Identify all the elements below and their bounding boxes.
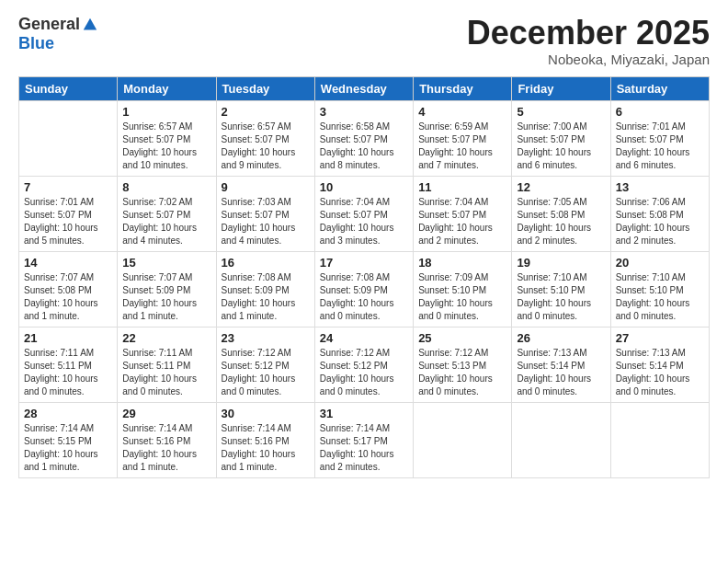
day-info: Sunrise: 7:07 AMSunset: 5:08 PMDaylight:… [24, 271, 112, 323]
calendar-cell: 14Sunrise: 7:07 AMSunset: 5:08 PMDayligh… [19, 251, 118, 327]
location-text: Nobeoka, Miyazaki, Japan [467, 52, 710, 67]
day-info: Sunrise: 7:10 AMSunset: 5:10 PMDaylight:… [616, 271, 704, 323]
day-number: 27 [616, 331, 704, 345]
day-number: 12 [517, 180, 605, 194]
day-number: 11 [418, 180, 506, 194]
day-info: Sunrise: 6:59 AMSunset: 5:07 PMDaylight:… [418, 121, 506, 172]
month-title: December 2025 [467, 15, 710, 52]
calendar-cell [414, 402, 512, 477]
calendar-cell: 30Sunrise: 7:14 AMSunset: 5:16 PMDayligh… [216, 402, 314, 477]
day-number: 29 [122, 407, 210, 420]
calendar-cell: 5Sunrise: 7:00 AMSunset: 5:07 PMDaylight… [512, 100, 610, 176]
logo-general-text: General [18, 15, 80, 34]
calendar-cell: 24Sunrise: 7:12 AMSunset: 5:12 PMDayligh… [314, 327, 413, 402]
calendar-cell: 28Sunrise: 7:14 AMSunset: 5:15 PMDayligh… [19, 402, 118, 477]
day-info: Sunrise: 6:57 AMSunset: 5:07 PMDaylight:… [122, 121, 210, 172]
day-number: 21 [24, 331, 112, 345]
day-number: 5 [517, 105, 605, 119]
col-monday: Monday [118, 76, 216, 100]
day-info: Sunrise: 7:04 AMSunset: 5:07 PMDaylight:… [320, 196, 408, 247]
calendar-cell [512, 402, 610, 477]
calendar-cell: 27Sunrise: 7:13 AMSunset: 5:14 PMDayligh… [610, 327, 709, 402]
day-number: 20 [616, 256, 704, 270]
calendar-cell: 9Sunrise: 7:03 AMSunset: 5:07 PMDaylight… [216, 176, 314, 251]
calendar-cell: 29Sunrise: 7:14 AMSunset: 5:16 PMDayligh… [118, 402, 216, 477]
calendar-cell: 22Sunrise: 7:11 AMSunset: 5:11 PMDayligh… [118, 327, 216, 402]
calendar-table: Sunday Monday Tuesday Wednesday Thursday… [18, 76, 710, 478]
day-info: Sunrise: 7:08 AMSunset: 5:09 PMDaylight:… [222, 271, 310, 323]
calendar-cell: 13Sunrise: 7:06 AMSunset: 5:08 PMDayligh… [610, 176, 709, 251]
svg-marker-0 [84, 17, 97, 29]
col-saturday: Saturday [610, 76, 709, 100]
calendar-week-row: 1Sunrise: 6:57 AMSunset: 5:07 PMDaylight… [19, 100, 710, 176]
day-number: 23 [222, 331, 310, 345]
header: General Blue December 2025 Nobeoka, Miya… [18, 15, 710, 67]
day-info: Sunrise: 7:00 AMSunset: 5:07 PMDaylight:… [517, 121, 605, 172]
calendar-cell: 12Sunrise: 7:05 AMSunset: 5:08 PMDayligh… [512, 176, 610, 251]
day-info: Sunrise: 7:07 AMSunset: 5:09 PMDaylight:… [122, 271, 210, 323]
col-wednesday: Wednesday [314, 76, 413, 100]
day-info: Sunrise: 7:04 AMSunset: 5:07 PMDaylight:… [418, 196, 506, 247]
day-info: Sunrise: 7:14 AMSunset: 5:15 PMDaylight:… [24, 422, 112, 474]
day-number: 19 [517, 256, 605, 270]
day-number: 14 [24, 256, 112, 270]
day-number: 10 [320, 180, 408, 194]
day-info: Sunrise: 7:08 AMSunset: 5:09 PMDaylight:… [320, 271, 408, 323]
day-info: Sunrise: 6:57 AMSunset: 5:07 PMDaylight:… [222, 121, 310, 172]
calendar-week-row: 28Sunrise: 7:14 AMSunset: 5:15 PMDayligh… [19, 402, 710, 477]
calendar-cell [610, 402, 709, 477]
day-number: 28 [24, 407, 112, 420]
calendar-cell: 6Sunrise: 7:01 AMSunset: 5:07 PMDaylight… [610, 100, 709, 176]
day-info: Sunrise: 7:02 AMSunset: 5:07 PMDaylight:… [122, 196, 210, 247]
day-info: Sunrise: 7:12 AMSunset: 5:12 PMDaylight:… [320, 347, 408, 398]
day-number: 8 [122, 180, 210, 194]
day-number: 16 [222, 256, 310, 270]
logo-blue-text: Blue [18, 34, 54, 53]
calendar-cell: 3Sunrise: 6:58 AMSunset: 5:07 PMDaylight… [314, 100, 413, 176]
day-info: Sunrise: 7:10 AMSunset: 5:10 PMDaylight:… [517, 271, 605, 323]
calendar-week-row: 14Sunrise: 7:07 AMSunset: 5:08 PMDayligh… [19, 251, 710, 327]
day-info: Sunrise: 7:11 AMSunset: 5:11 PMDaylight:… [122, 347, 210, 398]
col-friday: Friday [512, 76, 610, 100]
calendar-cell: 17Sunrise: 7:08 AMSunset: 5:09 PMDayligh… [314, 251, 413, 327]
calendar-cell: 16Sunrise: 7:08 AMSunset: 5:09 PMDayligh… [216, 251, 314, 327]
day-number: 9 [222, 180, 310, 194]
day-info: Sunrise: 7:14 AMSunset: 5:16 PMDaylight:… [122, 422, 210, 474]
day-info: Sunrise: 7:11 AMSunset: 5:11 PMDaylight:… [24, 347, 112, 398]
main-container: General Blue December 2025 Nobeoka, Miya… [0, 0, 728, 488]
calendar-cell: 21Sunrise: 7:11 AMSunset: 5:11 PMDayligh… [19, 327, 118, 402]
calendar-cell [19, 100, 118, 176]
calendar-cell: 4Sunrise: 6:59 AMSunset: 5:07 PMDaylight… [414, 100, 512, 176]
day-info: Sunrise: 7:01 AMSunset: 5:07 PMDaylight:… [616, 121, 704, 172]
col-sunday: Sunday [19, 76, 118, 100]
col-thursday: Thursday [414, 76, 512, 100]
calendar-cell: 15Sunrise: 7:07 AMSunset: 5:09 PMDayligh… [118, 251, 216, 327]
calendar-cell: 20Sunrise: 7:10 AMSunset: 5:10 PMDayligh… [610, 251, 709, 327]
calendar-cell: 31Sunrise: 7:14 AMSunset: 5:17 PMDayligh… [314, 402, 413, 477]
day-number: 22 [122, 331, 210, 345]
calendar-cell: 10Sunrise: 7:04 AMSunset: 5:07 PMDayligh… [314, 176, 413, 251]
logo-icon [82, 17, 98, 33]
day-number: 13 [616, 180, 704, 194]
day-info: Sunrise: 7:14 AMSunset: 5:17 PMDaylight:… [320, 422, 408, 474]
col-tuesday: Tuesday [216, 76, 314, 100]
title-block: December 2025 Nobeoka, Miyazaki, Japan [467, 15, 710, 67]
day-number: 3 [320, 105, 408, 119]
calendar-cell: 23Sunrise: 7:12 AMSunset: 5:12 PMDayligh… [216, 327, 314, 402]
day-number: 26 [517, 331, 605, 345]
day-number: 2 [222, 105, 310, 119]
day-number: 15 [122, 256, 210, 270]
day-number: 30 [222, 407, 310, 420]
day-number: 25 [418, 331, 506, 345]
day-info: Sunrise: 7:01 AMSunset: 5:07 PMDaylight:… [24, 196, 112, 247]
calendar-cell: 2Sunrise: 6:57 AMSunset: 5:07 PMDaylight… [216, 100, 314, 176]
day-info: Sunrise: 7:12 AMSunset: 5:13 PMDaylight:… [418, 347, 506, 398]
day-number: 18 [418, 256, 506, 270]
day-info: Sunrise: 7:13 AMSunset: 5:14 PMDaylight:… [616, 347, 704, 398]
day-info: Sunrise: 6:58 AMSunset: 5:07 PMDaylight:… [320, 121, 408, 172]
day-info: Sunrise: 7:13 AMSunset: 5:14 PMDaylight:… [517, 347, 605, 398]
day-info: Sunrise: 7:03 AMSunset: 5:07 PMDaylight:… [222, 196, 310, 247]
day-number: 4 [418, 105, 506, 119]
calendar-cell: 11Sunrise: 7:04 AMSunset: 5:07 PMDayligh… [414, 176, 512, 251]
calendar-cell: 7Sunrise: 7:01 AMSunset: 5:07 PMDaylight… [19, 176, 118, 251]
